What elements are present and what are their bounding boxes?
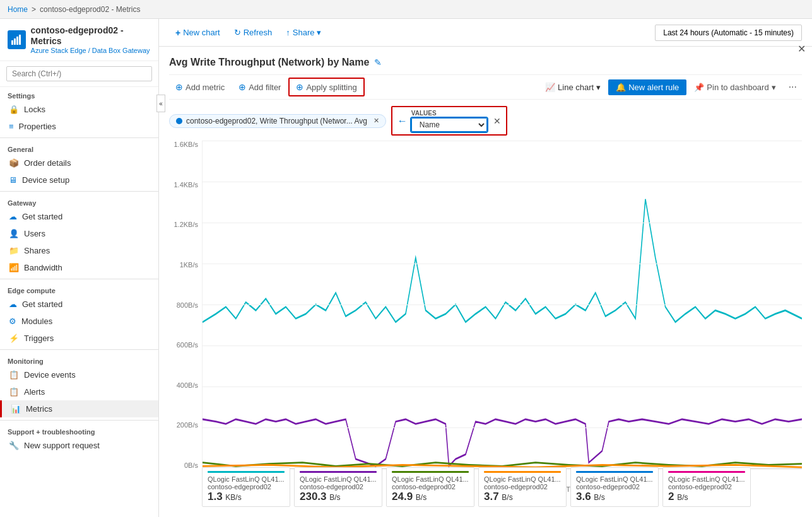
sidebar-item-get-started-gw[interactable]: ☁ Get started xyxy=(0,208,158,225)
sidebar-search-input[interactable] xyxy=(6,66,152,81)
share-button[interactable]: ↑ Share ▾ xyxy=(279,25,327,40)
add-filter-icon: ⊕ xyxy=(238,82,246,92)
user-icon: 👤 xyxy=(9,229,19,238)
line-chart-icon: 📈 xyxy=(545,83,555,92)
splitting-values-col: VALUES Name ResourceId Unit xyxy=(411,110,487,132)
svg-rect-2 xyxy=(16,37,18,45)
sidebar-item-label: Locks xyxy=(24,105,45,114)
sidebar-item-users[interactable]: 👤 Users xyxy=(0,225,158,242)
back-arrow-icon[interactable]: ← xyxy=(397,115,408,127)
sidebar-item-device-setup[interactable]: 🖥 Device setup xyxy=(0,171,158,189)
legend-card: QLogic FastLinQ QL41... contoso-edgeprod… xyxy=(478,467,567,507)
window-close-button[interactable]: ✕ xyxy=(797,43,806,55)
main-toolbar: + New chart ↻ Refresh ↑ Share ▾ Last 24 … xyxy=(159,19,812,47)
more-options-button[interactable]: ··· xyxy=(784,78,802,96)
sidebar-item-new-support[interactable]: 🔧 New support request xyxy=(0,437,158,454)
sidebar-item-modules[interactable]: ⚙ Modules xyxy=(0,313,158,330)
sidebar-item-label: Get started xyxy=(22,212,62,221)
add-metric-icon: ⊕ xyxy=(175,82,183,92)
device-icon: 🖥 xyxy=(9,175,17,185)
chart-title: Avg Write Throughput (Network) by Name xyxy=(169,57,369,68)
sidebar: contoso-edgeprod02 - Metrics Azure Stack… xyxy=(0,19,159,517)
line-chart-button[interactable]: 📈 Line chart ▾ xyxy=(539,79,607,95)
add-filter-button[interactable]: ⊕ Add filter xyxy=(232,79,287,95)
sidebar-item-label: Device events xyxy=(24,370,76,380)
close-split-icon[interactable]: ✕ xyxy=(493,116,501,126)
svg-rect-1 xyxy=(14,38,16,45)
sidebar-item-label: Properties xyxy=(19,122,56,131)
sidebar-item-label: Metrics xyxy=(26,404,52,414)
sidebar-item-label: Device setup xyxy=(22,175,69,185)
splitting-box: ← VALUES Name ResourceId Unit ✕ xyxy=(391,106,507,136)
tag-close-icon[interactable]: ✕ xyxy=(374,117,379,125)
sidebar-item-label: Modules xyxy=(21,317,52,326)
sidebar-item-shares[interactable]: 📁 Shares xyxy=(0,242,158,259)
metrics-toolbar: ⊕ Add metric ⊕ Add filter ⊕ Apply splitt… xyxy=(169,74,802,100)
plus-icon: + xyxy=(175,28,180,38)
y-axis-labels: 1.6KB/s 1.4KB/s 1.2KB/s 1KB/s 800B/s 600… xyxy=(169,141,202,469)
tag-dot xyxy=(176,118,182,124)
sidebar-item-triggers[interactable]: ⚡ Triggers xyxy=(0,330,158,347)
metric-tags-row: contoso-edgeprod02, Write Throughput (Ne… xyxy=(169,106,802,136)
sidebar-item-order-details[interactable]: 📦 Order details xyxy=(0,154,158,171)
sidebar-header: contoso-edgeprod02 - Metrics Azure Stack… xyxy=(0,19,158,61)
cloud2-icon: ☁ xyxy=(9,299,17,309)
add-metric-button[interactable]: ⊕ Add metric xyxy=(169,79,231,95)
sidebar-item-label: Alerts xyxy=(24,387,45,397)
line-cyan xyxy=(203,199,802,322)
trigger-icon: ⚡ xyxy=(9,334,19,343)
wifi-icon: 📶 xyxy=(9,263,19,272)
sidebar-collapse-button[interactable]: « xyxy=(156,95,165,112)
chart-icon: 📊 xyxy=(11,404,21,414)
alert-icon: 📋 xyxy=(9,387,19,397)
sidebar-item-metrics[interactable]: 📊 Metrics xyxy=(0,400,158,417)
main-area: + New chart ↻ Refresh ↑ Share ▾ Last 24 … xyxy=(159,19,812,517)
sidebar-item-locks[interactable]: 🔒 Locks xyxy=(0,101,158,118)
line-chart-chevron-icon: ▾ xyxy=(596,83,601,92)
sidebar-item-label: New support request xyxy=(24,441,100,450)
time-range-button[interactable]: Last 24 hours (Automatic - 15 minutes) xyxy=(655,25,802,41)
sidebar-item-label: Order details xyxy=(24,158,71,168)
share-chevron-icon: ▾ xyxy=(317,28,321,37)
line-purple xyxy=(203,419,802,466)
chart-inner xyxy=(202,141,802,469)
sidebar-subtitle: Azure Stack Edge / Data Box Gateway xyxy=(31,47,151,54)
apply-splitting-button[interactable]: ⊕ Apply splitting xyxy=(288,78,364,96)
pin-chevron-icon: ▾ xyxy=(772,83,776,92)
section-general: General xyxy=(0,141,158,154)
gear-icon: ⚙ xyxy=(9,317,16,326)
section-monitoring: Monitoring xyxy=(0,352,158,366)
sidebar-item-label: Shares xyxy=(24,246,50,255)
sidebar-item-label: Bandwidth xyxy=(24,263,62,272)
edit-chart-icon[interactable]: ✎ xyxy=(374,57,382,67)
new-chart-button[interactable]: + New chart xyxy=(169,25,227,41)
breadcrumb-home[interactable]: Home xyxy=(8,5,28,14)
support-icon: 🔧 xyxy=(9,441,19,450)
splitting-select[interactable]: Name ResourceId Unit xyxy=(411,118,487,132)
new-alert-rule-button[interactable]: 🔔 New alert rule xyxy=(608,79,686,95)
pin-to-dashboard-button[interactable]: 📌 Pin to dashboard ▾ xyxy=(688,79,782,95)
events-icon: 📋 xyxy=(9,370,19,380)
sidebar-item-bandwidth[interactable]: 📶 Bandwidth xyxy=(0,259,158,276)
top-bar: Home > contoso-edgeprod02 - Metrics xyxy=(0,0,812,19)
sidebar-item-label: Triggers xyxy=(24,334,54,343)
sidebar-item-properties[interactable]: ≡ Properties xyxy=(0,118,158,135)
sidebar-body: Settings 🔒 Locks ≡ Properties General 📦 … xyxy=(0,87,158,517)
sidebar-item-device-events[interactable]: 📋 Device events xyxy=(0,366,158,383)
sidebar-title: contoso-edgeprod02 - Metrics xyxy=(31,25,151,47)
metric-tag-text: contoso-edgeprod02, Write Throughput (Ne… xyxy=(186,117,367,125)
refresh-button[interactable]: ↻ Refresh xyxy=(228,25,279,40)
sidebar-item-get-started-ec[interactable]: ☁ Get started xyxy=(0,296,158,313)
pin-icon: 📌 xyxy=(694,83,704,92)
sidebar-item-label: Users xyxy=(24,229,45,238)
section-edge-compute: Edge compute xyxy=(0,282,158,296)
breadcrumb: Home > contoso-edgeprod02 - Metrics xyxy=(8,5,140,14)
list-icon: ≡ xyxy=(9,122,14,131)
legend-card: QLogic FastLinQ QL41... contoso-edgeprod… xyxy=(662,467,751,507)
sidebar-app-icon xyxy=(8,30,26,49)
chart-area: 1.6KB/s 1.4KB/s 1.2KB/s 1KB/s 800B/s 600… xyxy=(169,141,802,507)
metric-tag: contoso-edgeprod02, Write Throughput (Ne… xyxy=(169,114,386,128)
sidebar-item-alerts[interactable]: 📋 Alerts xyxy=(0,383,158,400)
breadcrumb-current: contoso-edgeprod02 - Metrics xyxy=(40,5,140,14)
svg-rect-3 xyxy=(19,35,21,45)
